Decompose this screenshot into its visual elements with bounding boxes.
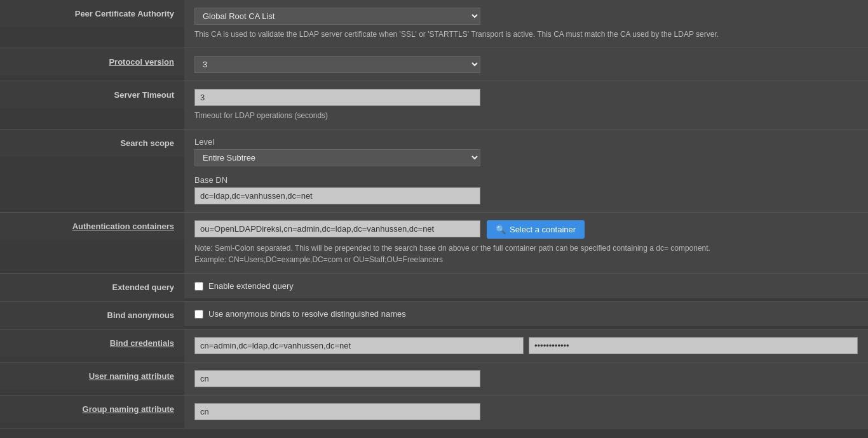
extended-query-checkbox[interactable] xyxy=(194,282,203,291)
peer-ca-select[interactable]: Global Root CA List xyxy=(194,8,480,25)
bind-anonymous-row: Bind anonymous Use anonymous binds to re… xyxy=(0,302,868,329)
server-timeout-input[interactable] xyxy=(194,89,480,106)
peer-ca-content: Global Root CA List This CA is used to v… xyxy=(184,0,868,48)
select-container-button[interactable]: 🔍 Select a container xyxy=(487,220,585,239)
user-naming-label[interactable]: User naming attribute xyxy=(0,362,184,390)
auth-containers-row: Authentication containers 🔍 Select a con… xyxy=(0,213,868,274)
user-naming-input[interactable] xyxy=(194,370,480,387)
peer-ca-row: Peer Certificate Authority Global Root C… xyxy=(0,0,868,48)
server-timeout-label: Server Timeout xyxy=(0,81,184,109)
search-scope-label: Search scope xyxy=(0,129,184,157)
user-naming-content xyxy=(184,362,868,395)
protocol-version-select[interactable]: 3 2 xyxy=(194,56,480,73)
server-timeout-row: Server Timeout Timeout for LDAP operatio… xyxy=(0,81,868,129)
bind-anonymous-checkbox-label: Use anonymous binds to resolve distingui… xyxy=(208,309,406,319)
select-container-label: Select a container xyxy=(510,225,576,234)
bind-anonymous-label: Bind anonymous xyxy=(0,302,184,329)
extended-query-label: Extended query xyxy=(0,274,184,301)
search-scope-select[interactable]: Entire Subtree Base Object Single Level xyxy=(194,149,480,166)
auth-containers-label[interactable]: Authentication containers xyxy=(0,213,184,240)
auth-containers-input[interactable] xyxy=(194,220,480,237)
search-icon: 🔍 xyxy=(496,225,506,234)
protocol-version-row: Protocol version 3 2 xyxy=(0,48,868,81)
user-naming-row: User naming attribute xyxy=(0,362,868,395)
credentials-inputs xyxy=(194,337,858,354)
auth-containers-content: 🔍 Select a container Note: Semi-Colon se… xyxy=(184,213,868,273)
server-timeout-help: Timeout for LDAP operations (seconds) xyxy=(194,110,858,121)
extended-query-content: Enable extended query xyxy=(184,274,868,298)
bind-anonymous-content: Use anonymous binds to resolve distingui… xyxy=(184,302,868,326)
peer-ca-label: Peer Certificate Authority xyxy=(0,0,184,27)
group-naming-input[interactable] xyxy=(194,403,480,420)
search-scope-row: Search scope Level Entire Subtree Base O… xyxy=(0,129,868,213)
extended-query-checkbox-row: Enable extended query xyxy=(194,281,858,291)
peer-ca-help: This CA is used to validate the LDAP ser… xyxy=(194,29,858,40)
base-dn-input[interactable] xyxy=(194,187,480,204)
bind-credentials-row: Bind credentials xyxy=(0,329,868,362)
auth-containers-help: Note: Semi-Colon separated. This will be… xyxy=(194,242,858,265)
protocol-version-label[interactable]: Protocol version xyxy=(0,48,184,76)
bind-anonymous-checkbox[interactable] xyxy=(194,310,203,319)
extended-query-checkbox-label: Enable extended query xyxy=(208,281,294,291)
bind-username-input[interactable] xyxy=(194,337,524,354)
group-naming-content xyxy=(184,395,868,428)
auth-containers-inputs: 🔍 Select a container xyxy=(194,220,858,239)
extended-query-row: Extended query Enable extended query xyxy=(0,274,868,302)
level-label: Level xyxy=(194,137,858,147)
protocol-version-content: 3 2 xyxy=(184,48,868,81)
search-scope-content: Level Entire Subtree Base Object Single … xyxy=(184,129,868,212)
bind-credentials-content xyxy=(184,329,868,362)
bind-credentials-label[interactable]: Bind credentials xyxy=(0,329,184,357)
group-naming-label[interactable]: Group naming attribute xyxy=(0,395,184,423)
server-timeout-content: Timeout for LDAP operations (seconds) xyxy=(184,81,868,129)
bind-password-input[interactable] xyxy=(529,337,858,354)
bind-anonymous-checkbox-row: Use anonymous binds to resolve distingui… xyxy=(194,309,858,319)
group-naming-row: Group naming attribute xyxy=(0,395,868,428)
base-dn-label: Base DN xyxy=(194,175,858,185)
